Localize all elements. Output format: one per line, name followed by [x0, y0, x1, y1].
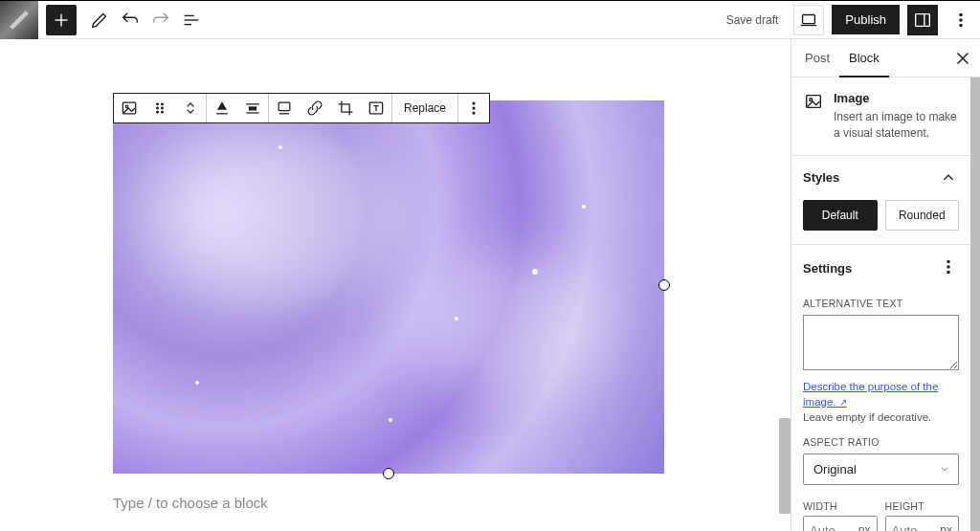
alt-help-text: Leave empty if decorative. — [803, 411, 931, 423]
image-icon — [120, 99, 139, 118]
settings-heading: Settings — [803, 261, 852, 276]
svg-point-14 — [157, 103, 159, 105]
height-label: HEIGHT — [885, 500, 960, 512]
tab-block[interactable]: Block — [839, 39, 889, 77]
alt-text-input[interactable] — [803, 315, 959, 370]
width-input[interactable] — [804, 517, 853, 531]
undo-button[interactable] — [115, 5, 145, 35]
external-icon: ↗ — [839, 397, 847, 408]
svg-point-17 — [162, 107, 164, 109]
crop-button[interactable] — [330, 94, 361, 122]
caption-icon — [275, 99, 294, 118]
canvas-scrollbar[interactable] — [779, 418, 791, 514]
width-unit: px — [853, 523, 877, 531]
block-toolbar: Replace — [113, 93, 490, 123]
link-button[interactable] — [300, 94, 330, 122]
add-block-button[interactable] — [46, 5, 77, 35]
style-default-button[interactable]: Default — [803, 200, 878, 231]
chevron-up-icon — [938, 167, 959, 188]
width-label: WIDTH — [803, 500, 878, 512]
settings-sidebar: Post Block Image Insert an image to make… — [791, 39, 980, 531]
block-description: Insert an image to make a visual stateme… — [834, 109, 959, 142]
sidebar-scrollbar[interactable] — [970, 77, 980, 531]
redo-icon — [150, 10, 171, 31]
pencil-icon — [89, 10, 110, 31]
svg-point-13 — [125, 105, 128, 108]
undo-icon — [120, 10, 141, 31]
tab-post[interactable]: Post — [795, 39, 839, 77]
top-toolbar: Save draft Publish — [0, 1, 980, 39]
vertical-dots-icon — [464, 99, 483, 118]
settings-more-button[interactable] — [938, 256, 959, 280]
list-view-icon — [181, 10, 202, 31]
alt-text-label: ALTERNATIVE TEXT — [791, 298, 970, 309]
alt-help-link[interactable]: Describe the purpose of the image. ↗ — [803, 381, 938, 408]
edit-tool-button[interactable] — [84, 5, 115, 35]
svg-rect-5 — [803, 14, 815, 23]
crop-icon — [336, 99, 355, 118]
text-overlay-button[interactable] — [361, 94, 391, 122]
block-summary: Image Insert an image to make a visual s… — [791, 77, 970, 156]
align-center-icon — [243, 99, 262, 118]
sidebar-icon — [912, 10, 933, 31]
replace-button[interactable]: Replace — [392, 101, 457, 115]
svg-point-33 — [810, 99, 813, 101]
styles-heading: Styles — [803, 170, 839, 185]
height-input[interactable] — [886, 517, 935, 531]
block-type-button[interactable] — [114, 94, 145, 122]
svg-point-15 — [162, 103, 164, 105]
wp-home-button[interactable] — [0, 1, 38, 39]
resize-handle-right[interactable] — [658, 279, 670, 291]
style-rounded-button[interactable]: Rounded — [885, 200, 960, 231]
block-appender[interactable]: Type / to choose a block — [113, 495, 678, 511]
align-icon — [212, 99, 232, 118]
plus-icon — [51, 10, 72, 31]
image-icon — [803, 91, 824, 112]
text-overlay-icon — [367, 99, 386, 118]
svg-point-16 — [157, 107, 159, 109]
vertical-dots-icon — [950, 10, 971, 31]
list-view-button[interactable] — [176, 5, 207, 35]
svg-rect-7 — [916, 13, 930, 26]
styles-panel-toggle[interactable]: Styles — [791, 156, 970, 200]
svg-point-29 — [473, 112, 475, 114]
svg-point-18 — [157, 111, 159, 113]
svg-point-19 — [162, 111, 164, 113]
redo-button[interactable] — [145, 5, 176, 35]
chevrons-vertical-icon — [181, 99, 200, 118]
svg-rect-22 — [249, 106, 256, 110]
settings-panel-toggle[interactable] — [907, 5, 938, 35]
link-icon — [305, 99, 324, 118]
editor-canvas[interactable]: Replace — [0, 39, 791, 531]
aspect-ratio-label: ASPECT RATIO — [791, 436, 970, 448]
close-sidebar-button[interactable] — [949, 45, 976, 72]
height-unit: px — [934, 523, 958, 531]
block-more-button[interactable] — [458, 94, 489, 122]
block-title: Image — [834, 91, 870, 105]
more-options-button[interactable] — [946, 5, 976, 35]
preview-button[interactable] — [793, 5, 824, 35]
svg-rect-24 — [278, 102, 290, 110]
svg-point-9 — [960, 13, 962, 15]
publish-button[interactable]: Publish — [832, 5, 900, 34]
resize-handle-bottom[interactable] — [383, 468, 394, 479]
svg-point-36 — [947, 271, 949, 273]
image-block[interactable] — [113, 100, 664, 474]
drag-icon — [150, 99, 169, 118]
save-draft-button[interactable]: Save draft — [719, 10, 787, 31]
caption-button[interactable] — [269, 94, 300, 122]
svg-point-34 — [947, 260, 949, 262]
drag-handle[interactable] — [145, 94, 175, 122]
close-icon — [952, 48, 973, 69]
aspect-ratio-select[interactable]: Original — [803, 454, 959, 485]
move-button[interactable] — [175, 94, 206, 122]
svg-point-27 — [473, 102, 475, 104]
svg-point-28 — [473, 107, 475, 109]
svg-point-35 — [947, 265, 949, 267]
svg-point-10 — [960, 18, 962, 20]
width-button[interactable] — [237, 94, 268, 122]
image-content — [113, 100, 664, 474]
vertical-dots-icon — [938, 256, 959, 277]
laptop-icon — [798, 10, 819, 31]
align-button[interactable] — [207, 94, 237, 122]
